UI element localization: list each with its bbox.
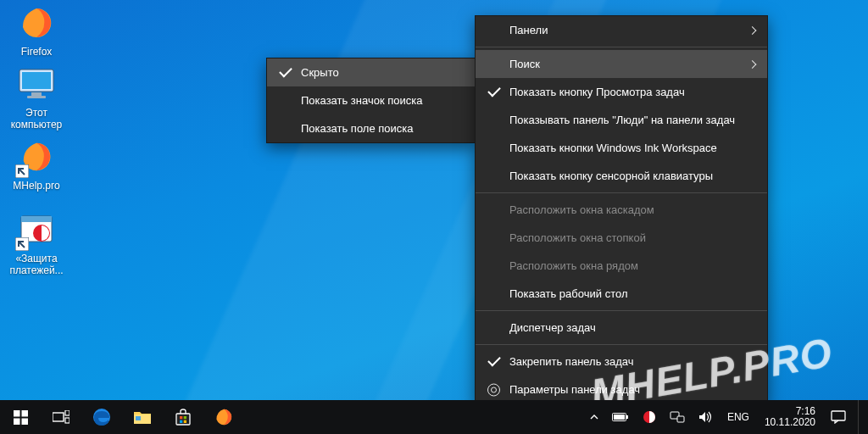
desktop-icon-mhelp[interactable]: MHelp.pro <box>3 137 70 192</box>
menu-item-label: Показать кнопки Windows Ink Workspace <box>509 142 717 154</box>
taskbar-explorer[interactable] <box>122 400 163 434</box>
menu-item-lock-taskbar[interactable]: Закрепить панель задач <box>476 348 767 376</box>
svg-rect-14 <box>21 418 28 425</box>
menu-separator <box>476 192 767 193</box>
action-center-icon <box>831 410 846 424</box>
menu-item-label: Показать поле поиска <box>301 122 414 135</box>
menu-separator <box>476 47 767 47</box>
desktop-icon-payments[interactable]: «Защита платежей... <box>3 210 70 276</box>
network-icon <box>670 410 685 424</box>
menu-item-task-view[interactable]: Показать кнопку Просмотра задач <box>476 78 767 106</box>
svg-rect-12 <box>21 410 28 417</box>
system-tray: ENG 7:16 10.11.2020 <box>583 400 868 434</box>
firefox-icon <box>214 407 234 427</box>
start-button[interactable] <box>0 400 41 434</box>
windows-logo-icon <box>14 410 28 425</box>
svg-rect-23 <box>180 420 182 423</box>
battery-icon <box>612 412 629 422</box>
tray-date: 10.11.2020 <box>765 417 815 428</box>
menu-separator <box>476 344 767 345</box>
menu-item-label: Показать рабочий стол <box>509 287 627 300</box>
desktop-icon-label: Этот компьютер <box>3 107 70 131</box>
svg-rect-20 <box>176 414 190 425</box>
menu-item-people[interactable]: Показывать панель "Люди" на панели задач <box>476 106 767 134</box>
taskbar-context-menu: Панели Поиск Показать кнопку Просмотра з… <box>475 15 768 404</box>
menu-item-side[interactable]: Расположить окна рядом <box>476 252 767 280</box>
security-tray-icon <box>643 410 656 424</box>
menu-item-label: Расположить окна стопкой <box>509 231 646 244</box>
desktop[interactable]: Firefox Этот компьютер MHelp.pro <box>0 0 868 434</box>
menu-item-label: Панели <box>509 24 548 36</box>
svg-rect-32 <box>832 411 845 420</box>
menu-item-label: Показать кнопку Просмотра задач <box>509 86 685 98</box>
store-icon <box>174 408 192 426</box>
svg-rect-11 <box>14 410 20 417</box>
tray-volume[interactable] <box>695 400 717 434</box>
svg-rect-16 <box>65 410 70 415</box>
svg-rect-22 <box>184 416 186 419</box>
desktop-icon-label: «Защита платежей... <box>3 253 70 276</box>
submenu-item-show-icon[interactable]: Показать значок поиска <box>267 86 475 114</box>
svg-rect-13 <box>14 418 20 425</box>
menu-item-ink[interactable]: Показать кнопки Windows Ink Workspace <box>476 134 767 162</box>
task-view-button[interactable] <box>41 400 81 434</box>
menu-item-show-desktop[interactable]: Показать рабочий стол <box>476 280 767 308</box>
menu-item-touch-kb[interactable]: Показать кнопку сенсорной клавиатуры <box>476 162 767 190</box>
menu-item-label: Диспетчер задач <box>509 321 596 334</box>
submenu-item-hidden[interactable]: Скрыто <box>267 58 475 86</box>
svg-rect-24 <box>184 420 186 423</box>
edge-icon <box>92 407 112 427</box>
svg-rect-27 <box>626 415 628 419</box>
svg-rect-21 <box>180 416 182 419</box>
tray-security[interactable] <box>639 400 659 434</box>
menu-separator <box>476 310 767 311</box>
tray-battery[interactable] <box>609 400 632 434</box>
security-shortcut-icon <box>17 210 56 249</box>
svg-rect-17 <box>65 418 70 423</box>
chevron-up-icon <box>590 413 598 421</box>
task-view-icon <box>53 410 70 424</box>
menu-item-label: Параметры панели задач <box>509 383 640 396</box>
menu-item-label: Скрыто <box>301 66 339 79</box>
tray-action-center[interactable] <box>827 400 849 434</box>
menu-item-search[interactable]: Поиск <box>476 50 767 78</box>
svg-rect-4 <box>27 96 46 98</box>
taskbar-firefox[interactable] <box>203 400 244 434</box>
menu-item-stack[interactable]: Расположить окна стопкой <box>476 224 767 252</box>
svg-rect-28 <box>614 415 625 420</box>
taskbar-store[interactable] <box>163 400 203 434</box>
svg-rect-8 <box>21 216 52 222</box>
tray-network[interactable] <box>666 400 688 434</box>
submenu-item-show-field[interactable]: Показать поле поиска <box>267 114 475 142</box>
menu-item-panels[interactable]: Панели <box>476 16 767 44</box>
context-submenu-search: Скрыто Показать значок поиска Показать п… <box>266 58 476 143</box>
taskbar[interactable]: ENG 7:16 10.11.2020 <box>0 400 868 434</box>
tray-language[interactable]: ENG <box>724 400 753 434</box>
taskbar-edge[interactable] <box>81 400 122 434</box>
desktop-icon-label: MHelp.pro <box>3 180 70 192</box>
desktop-icon-firefox[interactable]: Firefox <box>3 3 70 58</box>
menu-item-label: Показывать панель "Люди" на панели задач <box>509 114 735 126</box>
menu-item-cascade[interactable]: Расположить окна каскадом <box>476 196 767 224</box>
desktop-icon-label: Firefox <box>3 46 70 58</box>
menu-item-label: Закрепить панель задач <box>509 355 634 368</box>
monitor-icon <box>17 64 56 103</box>
volume-icon <box>698 410 714 424</box>
svg-rect-31 <box>677 416 684 422</box>
menu-item-label: Расположить окна рядом <box>509 259 638 272</box>
tray-chevron-up[interactable] <box>587 400 602 434</box>
desktop-icon-this-pc[interactable]: Этот компьютер <box>3 64 70 131</box>
tray-clock[interactable]: 7:16 10.11.2020 <box>760 406 821 428</box>
svg-rect-19 <box>136 416 141 420</box>
menu-item-task-manager[interactable]: Диспетчер задач <box>476 314 767 342</box>
menu-item-label: Показать кнопку сенсорной клавиатуры <box>509 170 713 182</box>
svg-rect-2 <box>22 72 51 89</box>
svg-rect-3 <box>31 92 42 96</box>
show-desktop-sliver[interactable] <box>858 400 863 434</box>
svg-rect-15 <box>53 413 64 421</box>
firefox-icon <box>17 3 56 42</box>
menu-item-label: Показать значок поиска <box>301 94 423 107</box>
folder-icon <box>133 409 152 425</box>
menu-item-label: Поиск <box>509 58 540 70</box>
menu-item-label: Расположить окна каскадом <box>509 203 654 216</box>
